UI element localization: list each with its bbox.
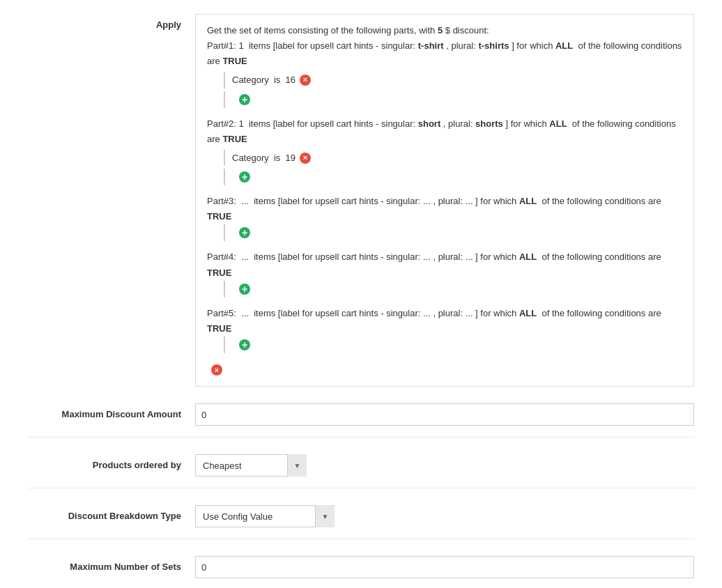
- part-3-add-condition-button[interactable]: +: [239, 227, 250, 238]
- remove-part-row: ×: [207, 362, 682, 378]
- maximum-discount-amount-field: [195, 403, 694, 426]
- part-1-add-condition-button[interactable]: +: [239, 94, 250, 105]
- part-1-block: Part#1: 1 items [label for upsell cart h…: [207, 38, 682, 108]
- maximum-discount-amount-row: Maximum Discount Amount: [28, 403, 694, 438]
- part-5-text: Part#5: ... items [label for upsell cart…: [207, 306, 682, 336]
- discount-breakdown-type-select[interactable]: Use Config Value Per Rule Per Item: [195, 505, 335, 527]
- products-ordered-by-select-wrapper: Cheapest Most Expensive None ▼: [195, 454, 307, 477]
- part-1-condition-text: Category is 16: [232, 72, 295, 88]
- part-3-text: Part#3: ... items [label for upsell cart…: [207, 194, 682, 224]
- products-ordered-by-row: Products ordered by Cheapest Most Expens…: [28, 454, 694, 488]
- maximum-discount-amount-input[interactable]: [195, 403, 694, 426]
- part-2-add-condition-button[interactable]: +: [239, 171, 250, 183]
- part-4-add-condition-row: +: [224, 281, 682, 297]
- apply-intro: Get the set of items consisting of the f…: [207, 23, 682, 38]
- part-5-add-condition-button[interactable]: +: [239, 339, 250, 350]
- products-ordered-by-select[interactable]: Cheapest Most Expensive None: [195, 454, 307, 477]
- part-4-block: Part#4: ... items [label for upsell cart…: [207, 249, 682, 297]
- maximum-number-of-sets-input[interactable]: [195, 556, 694, 578]
- part-2-text: Part#2: 1 items [label for upsell cart h…: [207, 116, 682, 147]
- part-2-block: Part#2: 1 items [label for upsell cart h…: [207, 116, 682, 186]
- part-1-add-condition-row: +: [224, 91, 682, 108]
- part-2-remove-condition-button[interactable]: ×: [300, 153, 311, 164]
- apply-label: Apply: [28, 14, 195, 30]
- apply-content: Get the set of items consisting of the f…: [195, 14, 694, 387]
- discount-breakdown-type-field: Use Config Value Per Rule Per Item ▼: [195, 505, 694, 527]
- maximum-number-of-sets-row: Maximum Number of Sets: [28, 556, 694, 588]
- discount-breakdown-type-label: Discount Breakdown Type: [28, 505, 195, 521]
- part-3-add-condition-row: +: [224, 224, 682, 241]
- maximum-discount-amount-label: Maximum Discount Amount: [28, 403, 195, 419]
- apply-section: Apply Get the set of items consisting of…: [28, 14, 694, 387]
- discount-breakdown-type-select-wrapper: Use Config Value Per Rule Per Item ▼: [195, 505, 335, 527]
- part-1-remove-condition-button[interactable]: ×: [300, 75, 311, 86]
- part-1-text: Part#1: 1 items [label for upsell cart h…: [207, 38, 682, 69]
- part-1-condition: Category is 16 ×: [224, 72, 682, 88]
- part-2-condition-text: Category is 19: [232, 150, 295, 166]
- part-5-add-condition-row: +: [224, 336, 682, 353]
- maximum-number-of-sets-label: Maximum Number of Sets: [28, 556, 195, 572]
- part-2-add-condition-row: +: [224, 169, 682, 185]
- part-4-add-condition-button[interactable]: +: [239, 284, 250, 295]
- discount-breakdown-type-row: Discount Breakdown Type Use Config Value…: [28, 505, 694, 539]
- products-ordered-by-field: Cheapest Most Expensive None ▼: [195, 454, 694, 477]
- part-4-text: Part#4: ... items [label for upsell cart…: [207, 249, 682, 280]
- maximum-number-of-sets-field: [195, 556, 694, 578]
- part-3-block: Part#3: ... items [label for upsell cart…: [207, 194, 682, 241]
- part-5-block: Part#5: ... items [label for upsell cart…: [207, 306, 682, 353]
- part-2-condition: Category is 19 ×: [224, 150, 682, 166]
- products-ordered-by-label: Products ordered by: [28, 454, 195, 470]
- remove-part-button[interactable]: ×: [211, 364, 222, 376]
